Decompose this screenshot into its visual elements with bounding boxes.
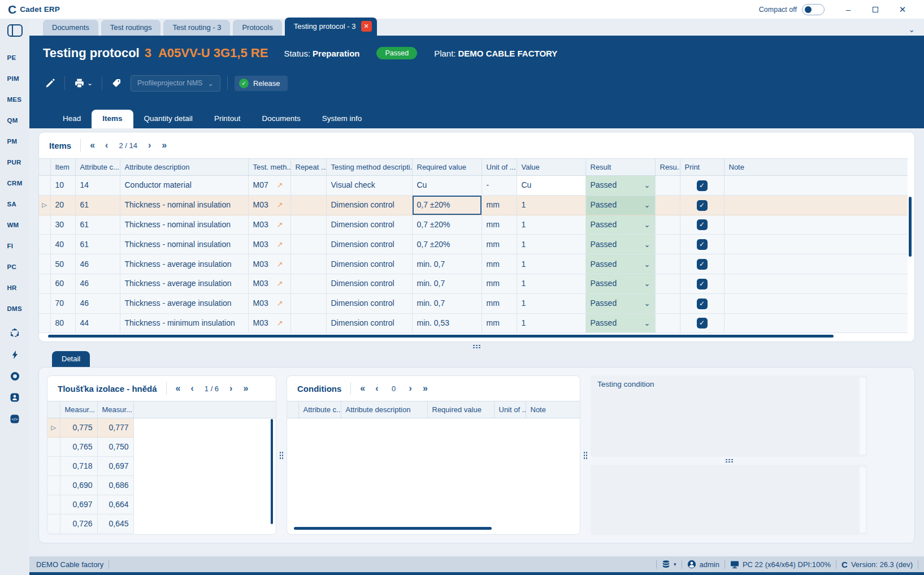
column-header-unit-of[interactable]: Unit of ...	[494, 401, 526, 418]
tab-documents[interactable]: Documents	[43, 20, 98, 36]
cell-testing-method-description[interactable]: Dimension control	[326, 235, 412, 254]
cell-result2[interactable]	[655, 293, 680, 313]
table-row-item-70[interactable]: 7046Thickness - average insulationM03↗Di…	[39, 293, 908, 313]
sidebar-item-pim[interactable]: PIM	[7, 68, 22, 89]
drag-handle[interactable]	[583, 451, 588, 460]
cell-required-value[interactable]: 0,7 ±20%	[412, 235, 481, 254]
cell-item[interactable]: 70	[50, 293, 75, 313]
column-header-unit-of[interactable]: Unit of ...	[481, 159, 517, 176]
cell-unit[interactable]: -	[481, 176, 517, 196]
pager-prev-button[interactable]: ‹	[190, 384, 193, 393]
scrollbar-track[interactable]	[860, 467, 866, 533]
cell-measurement-1[interactable]: 0,726	[60, 515, 97, 534]
pager-next-button[interactable]: ›	[229, 384, 232, 393]
cell-testing-method-description[interactable]: Dimension control	[326, 313, 412, 333]
cell-attribute-code[interactable]: 46	[75, 274, 120, 293]
tab-head[interactable]: Head	[52, 110, 92, 128]
column-header-note[interactable]: Note	[724, 159, 908, 176]
cell-measurement-1[interactable]: 0,690	[60, 476, 97, 495]
cell-measurement-1[interactable]: 0,718	[60, 457, 97, 476]
cell-unit[interactable]: mm	[481, 195, 517, 215]
sidebar-item-fi[interactable]: FI	[7, 235, 22, 256]
table-row-item-40[interactable]: 4061Thickness - nominal insulationM03↗Di…	[39, 235, 908, 254]
cell-result-dropdown[interactable]: Passed⌄	[585, 195, 655, 215]
scrollbar-track[interactable]	[860, 378, 866, 455]
cell-testing-method-description[interactable]: Visual check	[326, 176, 412, 196]
cell-value[interactable]: 1	[517, 215, 585, 235]
cell-note[interactable]	[724, 274, 908, 293]
tab-quantity-detail[interactable]: Quantity detail	[133, 110, 203, 128]
cell-print[interactable]: ✓	[680, 274, 724, 293]
cell-attribute-description[interactable]: Thickness - minimum insulation	[120, 313, 248, 333]
cell-test-method[interactable]: M03↗	[248, 254, 290, 274]
column-header-note[interactable]: Note	[526, 401, 580, 418]
tabbar-chevron-down-icon[interactable]: ⌄	[908, 25, 915, 34]
cell-value[interactable]: 1	[517, 195, 585, 215]
cell-testing-method-description[interactable]: Dimension control	[326, 293, 412, 313]
cell-item[interactable]: 80	[50, 313, 75, 333]
print-checkbox[interactable]: ✓	[697, 219, 708, 230]
cell-testing-method-description[interactable]: Dimension control	[326, 254, 412, 274]
pager-first-button[interactable]: «	[176, 384, 180, 393]
print-checkbox[interactable]: ✓	[697, 279, 708, 289]
column-header-result[interactable]: Result	[585, 159, 655, 176]
label-button[interactable]	[109, 78, 124, 88]
column-header-measur[interactable]: Measur...	[97, 401, 133, 418]
cell-item[interactable]: 60	[50, 274, 75, 293]
pager-last-button[interactable]: »	[423, 384, 427, 393]
cell-value[interactable]: 1	[517, 293, 585, 313]
cell-repeat[interactable]	[290, 313, 326, 333]
pager-next-button[interactable]: ›	[409, 384, 412, 393]
sidebar-item-mes[interactable]: MES	[7, 89, 22, 110]
cell-required-value[interactable]: 0,7 ±20%	[412, 195, 481, 215]
cell-repeat[interactable]	[290, 235, 326, 254]
tab-testing-protocol-3[interactable]: Testing protocol - 3✕	[285, 18, 377, 36]
print-button[interactable]: ⌄	[72, 78, 95, 89]
cell-attribute-code[interactable]: 61	[75, 235, 120, 254]
cell-unit[interactable]: mm	[481, 293, 517, 313]
statusbar-user[interactable]: admin	[682, 560, 725, 569]
cell-result-dropdown[interactable]: Passed⌄	[585, 215, 655, 235]
cell-measurement-1[interactable]: 0,775	[60, 418, 97, 438]
sidebar-item-wm[interactable]: WM	[7, 214, 22, 235]
cell-note[interactable]	[724, 293, 908, 313]
print-checkbox[interactable]: ✓	[697, 299, 708, 309]
cell-note[interactable]	[724, 313, 908, 333]
pager-first-button[interactable]: «	[90, 141, 94, 150]
cell-test-method[interactable]: M03↗	[248, 313, 290, 333]
open-link-icon[interactable]: ↗	[277, 221, 283, 229]
cell-attribute-code[interactable]: 46	[75, 293, 120, 313]
print-checkbox[interactable]: ✓	[697, 180, 708, 191]
cell-unit[interactable]: mm	[481, 254, 517, 274]
print-dropdown-chevron-icon[interactable]: ⌄	[87, 79, 93, 87]
cell-value[interactable]: 1	[517, 313, 585, 333]
column-header-required-value[interactable]: Required value	[427, 401, 494, 418]
cell-result2[interactable]	[655, 176, 680, 196]
pager-prev-button[interactable]: ‹	[375, 384, 378, 393]
cell-note[interactable]	[724, 235, 908, 254]
cell-test-method[interactable]: M03↗	[248, 235, 290, 254]
cell-note[interactable]	[724, 176, 908, 196]
cell-print[interactable]: ✓	[680, 215, 724, 235]
horizontal-scrollbar[interactable]	[48, 335, 834, 338]
close-tab-icon[interactable]: ✕	[361, 21, 372, 32]
vertical-scrollbar[interactable]	[271, 419, 273, 524]
cell-note[interactable]	[724, 195, 908, 215]
measurement-row[interactable]: ▷0,7750,777	[47, 418, 276, 438]
cell-measurement-2[interactable]: 0,750	[97, 438, 133, 457]
tab-test-routing-3[interactable]: Test routing - 3	[163, 20, 230, 36]
column-header-attribute-description[interactable]: Attribute description	[341, 401, 427, 418]
cell-item[interactable]: 50	[50, 254, 75, 274]
cell-unit[interactable]: mm	[481, 274, 517, 293]
sidebar-item-sa[interactable]: SA	[7, 193, 22, 214]
note-textarea[interactable]	[591, 465, 867, 535]
open-link-icon[interactable]: ↗	[277, 201, 283, 209]
cell-item[interactable]: 30	[50, 215, 75, 235]
open-link-icon[interactable]: ↗	[277, 299, 283, 308]
sidebar-item-qm[interactable]: QM	[7, 110, 22, 131]
cell-print[interactable]: ✓	[680, 313, 724, 333]
cell-measurement-1[interactable]: 0,765	[60, 438, 97, 457]
cell-result-dropdown[interactable]: Passed⌄	[585, 313, 655, 333]
cell-attribute-code[interactable]: 61	[75, 195, 120, 215]
cell-value[interactable]: 1	[517, 274, 585, 293]
